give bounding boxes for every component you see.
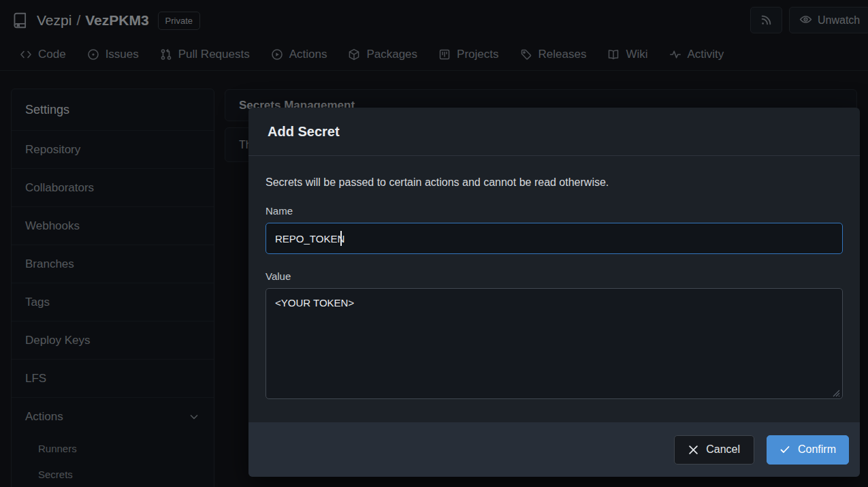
confirm-button-label: Confirm [798, 443, 836, 456]
name-field-label: Name [266, 205, 843, 217]
value-field-label: Value [266, 270, 843, 282]
modal-body: Secrets will be passed to certain action… [248, 156, 860, 422]
x-icon [688, 445, 698, 455]
check-icon [779, 444, 790, 455]
text-cursor [340, 231, 342, 246]
secret-name-input[interactable] [266, 223, 843, 254]
cancel-button[interactable]: Cancel [674, 435, 754, 465]
secret-value-textarea[interactable]: <YOUR TOKEN> [266, 288, 843, 399]
modal-title: Add Secret [248, 108, 860, 156]
modal-footer: Cancel Confirm [248, 422, 860, 477]
modal-description: Secrets will be passed to certain action… [266, 176, 843, 189]
add-secret-modal: Add Secret Secrets will be passed to cer… [248, 108, 860, 477]
resize-grip-icon[interactable] [831, 388, 841, 398]
cancel-button-label: Cancel [706, 443, 740, 456]
confirm-button[interactable]: Confirm [767, 435, 849, 465]
